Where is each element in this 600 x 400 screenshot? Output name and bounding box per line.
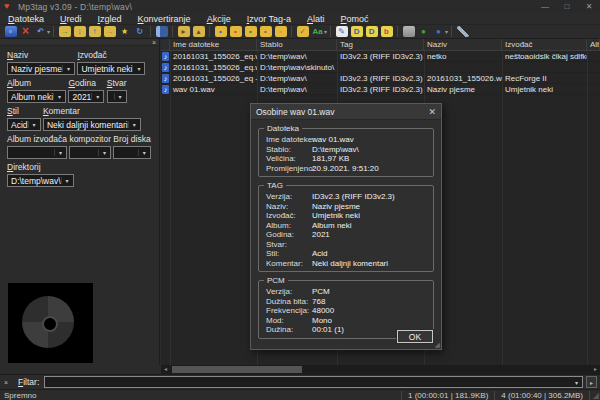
chevron-down-icon[interactable]: ▾ [53,93,65,100]
akcije[interactable]: Akcije [199,13,239,25]
convert-tag-filename-icon[interactable]: → [59,26,71,37]
remove-tag-icon[interactable]: × [20,26,32,37]
column-header[interactable]: Album [587,39,600,50]
tag-source-d1-icon[interactable]: D [351,26,363,37]
tag-undo-icon[interactable]: • [275,26,287,37]
cell-album [587,51,600,61]
datoteka[interactable]: Datoteka [0,13,52,25]
save-tag-icon[interactable]: ▫ [5,26,17,37]
tag-cut-icon[interactable]: • [245,26,257,37]
filter-bar: × Filtar: ▾ ▸ [0,374,600,389]
chevron-down-icon[interactable]: ▾ [47,28,50,35]
case-conversion-icon[interactable]: Aa [312,26,324,37]
undo-icon[interactable]: ↶ [35,26,47,37]
chevron-down-icon[interactable]: ▾ [91,93,103,100]
folder-change-icon[interactable]: ▸ [178,26,190,37]
tag-panel: × Naziv Naziv pjesme ▾ Izvođač Umjetnik … [0,39,160,365]
konvertiranje[interactable]: Konvertiranje [130,13,199,25]
chevron-down-icon[interactable]: ▾ [138,149,150,156]
izvor-tag-a[interactable]: Izvor Tag-a [239,13,299,25]
web-source-blue-icon[interactable]: ● [433,26,445,37]
chevron-down-icon[interactable]: ▾ [61,177,73,184]
scroll-right-icon[interactable]: ▸ [591,365,600,374]
cell-album [587,73,600,83]
dialog-close-icon[interactable]: ✕ [428,107,436,117]
printer-icon[interactable] [403,26,415,37]
dialog-resize-grip-icon[interactable]: ◢ [435,341,440,349]
edit-tag-icon[interactable]: ✎ [336,26,348,37]
table-row[interactable]: ♪ wav 01.wav D:\temp\wav\ ID3v2.3 (RIFF … [161,84,600,95]
album-artist-field: Album izvođača ▾ [7,134,67,159]
convert-filename-filename-icon[interactable]: ↑ [89,26,101,37]
chevron-down-icon[interactable]: ▾ [28,121,40,128]
maximize-icon[interactable]: □ [556,0,578,13]
cell-path: D:\temp\wav\ [257,73,337,83]
column-header[interactable]: Izvođač [502,39,587,50]
chevron-down-icon[interactable]: ▾ [128,121,140,128]
scrollbar-thumb[interactable] [172,366,302,373]
table-row[interactable]: ♪ 20161031_155026_eq - C... D:\temp\wav\… [161,73,600,84]
chevron-down-icon[interactable]: ▾ [62,65,74,72]
property-row: Ime datoteke: wav 01.wav [266,135,428,145]
cell-path: D:\temp\wav\ [257,51,337,61]
cell-tag: ID3v2.3 (RIFF ID3v2.3) [337,51,424,61]
column-header[interactable]: Naziv [424,39,502,50]
filter-input[interactable]: ▾ [44,376,583,388]
table-row[interactable]: ♪ 20161031_155026_eq.wav D:\temp\wav\ ID… [161,51,600,62]
tag-remove2-icon[interactable]: • [260,26,272,37]
favorites-star-icon[interactable]: ★ [119,26,131,37]
tag-source-b-icon[interactable]: b [381,26,393,37]
close-icon[interactable]: ✕ [578,0,600,13]
chevron-down-icon[interactable]: ▾ [98,149,110,156]
cell-artist: RecForge II [502,73,587,83]
tag-panel-header[interactable]: × [0,39,159,46]
cell-filename: 20161031_155026_eq.wav [170,51,257,61]
dialog-title: Osobine wav 01.wav [256,107,334,117]
chevron-down-icon[interactable]: ▾ [114,93,126,100]
folder-parent-icon[interactable]: ▴ [193,26,205,37]
minimize-icon[interactable]: — [534,0,556,13]
tag-panel-close-icon[interactable]: × [152,39,156,46]
chevron-down-icon[interactable]: ▾ [445,28,448,35]
column-header[interactable]: Tag [337,39,424,50]
uredi[interactable]: Uredi [52,13,90,25]
scroll-left-icon[interactable]: ◂ [161,365,170,374]
actions-icon[interactable]: ✓ [297,26,309,37]
column-header[interactable] [161,39,170,50]
app-logo-icon: ♥ [4,2,13,11]
horizontal-scrollbar[interactable]: ◂ ▸ [161,365,600,374]
ok-button[interactable]: OK [397,330,433,343]
chevron-down-icon[interactable]: ▾ [132,65,144,72]
album-art-box[interactable] [8,283,93,363]
tag-source-d2-icon[interactable]: D [366,26,378,37]
property-row: Frekvencija: 48000 [266,306,428,316]
tag-group-title: TAG [264,181,286,190]
izgled[interactable]: Izgled [90,13,130,25]
toolbar-separator [330,26,331,37]
filter-close-icon[interactable]: × [2,379,10,386]
filter-apply-button[interactable]: ▸ [586,376,597,388]
pomo-[interactable]: Pomoć [333,13,377,25]
resize-grip-icon[interactable]: ◢ [590,391,600,400]
options-wrench-icon[interactable] [457,26,469,37]
tag-panel-toggle-icon[interactable] [156,26,168,37]
chevron-down-icon[interactable]: ▾ [324,28,327,35]
column-header[interactable]: Ime datoteke [170,39,257,50]
column-header[interactable]: Stablo [257,39,337,50]
refresh-icon[interactable]: ↻ [134,26,146,37]
tag-copy-icon[interactable]: • [215,26,227,37]
convert-filename-tag-icon[interactable]: ↓ [74,26,86,37]
table-row[interactable]: ♪ 20161031_155026_eq.wav D:\temp\wav\ski… [161,62,600,73]
web-source-green-icon[interactable]: ● [418,26,430,37]
tag-paste-icon[interactable]: • [230,26,242,37]
cell-filename: 20161031_155026_eq - C... [170,73,257,83]
chevron-down-icon[interactable]: ▾ [54,149,66,156]
window-title: Mp3tag v3.09 - D:\temp\wav\ [18,2,132,12]
chevron-down-icon[interactable]: ▾ [571,379,582,386]
toolbar-separator [209,26,210,37]
cell-path: D:\temp\wav\ [257,84,337,94]
alati[interactable]: Alati [299,13,333,25]
toolbar-separator [451,26,452,37]
dialog-title-bar[interactable]: Osobine wav 01.wav ✕ [251,104,441,120]
convert-textfile-tag-icon[interactable]: → [104,26,116,37]
